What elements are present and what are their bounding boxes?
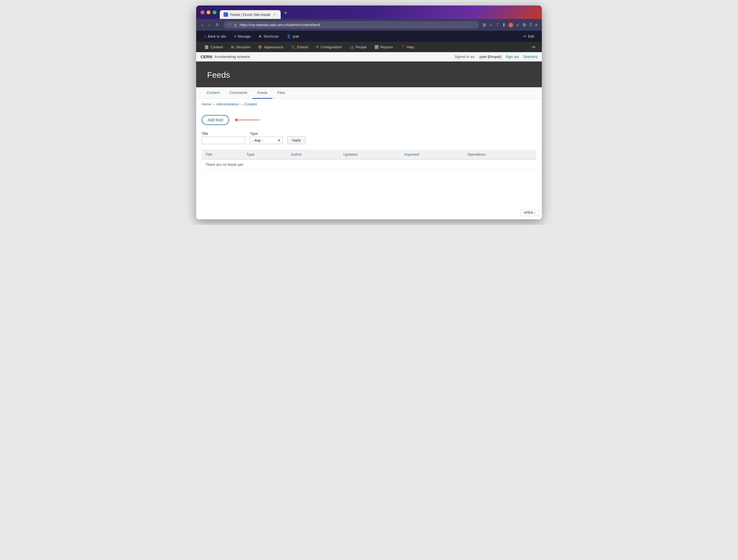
col-operations: Operations [464, 150, 536, 160]
apply-filter-button[interactable]: Apply [287, 136, 306, 144]
bookmarks-icon[interactable]: ⊞ [482, 22, 486, 27]
reports-icon: 📊 [374, 45, 379, 49]
forward-navigation-button[interactable]: › [208, 21, 211, 29]
back-navigation-button[interactable]: ‹ [201, 21, 204, 29]
col-title[interactable]: Title [202, 150, 243, 160]
content-icon: 📄 [205, 45, 209, 49]
pocket-icon[interactable]: ♡ [495, 22, 499, 27]
page-header: Feeds [196, 61, 542, 87]
secondary-nav: 📄 Content 🏛 Structure 🎨 Appearance 🔧 Ext… [196, 42, 542, 52]
back-to-site-button[interactable]: ⌂ Back to site [201, 32, 230, 41]
directory-link[interactable]: Directory [523, 55, 537, 59]
arrow-line [237, 120, 259, 120]
arrow-head-icon [235, 118, 237, 121]
minimize-button[interactable] [207, 10, 211, 14]
maximize-button[interactable] [213, 10, 217, 14]
empty-message: There are no feeds yet. [202, 160, 536, 170]
breadcrumb-content[interactable]: Content [245, 102, 257, 106]
nav-structure[interactable]: 🏛 Structure [227, 43, 254, 51]
admin-toolbar: ⌂ Back to site ≡ Manage ★ Shortcuts 👤 jy… [196, 31, 542, 42]
type-filter-select[interactable]: - Any - RSS Atom [250, 137, 283, 144]
nav-extend[interactable]: 🔧 Extend [287, 43, 312, 51]
breadcrumb-sep-2: » [241, 102, 243, 106]
collapse-icon[interactable]: ⇥ [529, 44, 537, 50]
col-imported[interactable]: Imported [401, 150, 463, 160]
tab-favicon: 🔵 [224, 12, 228, 17]
shortcuts-menu-item[interactable]: ★ Shortcuts [255, 32, 282, 41]
help-icon: ❓ [401, 45, 405, 49]
page-title: Feeds [207, 70, 531, 80]
edit-button[interactable]: ✏ Edit [520, 32, 537, 41]
tab-content[interactable]: Content [202, 87, 225, 99]
nav-people[interactable]: 👥 People [346, 43, 370, 51]
menu-icon[interactable]: ≡ [535, 22, 537, 27]
table-header-row: Title Type Author Updated Imported Opera… [202, 150, 536, 160]
manage-menu-item[interactable]: ≡ Manage [231, 32, 254, 41]
tab-feeds[interactable]: Feeds [253, 87, 273, 99]
reload-button[interactable]: ↻ [215, 21, 220, 29]
type-filter-field: Type - Any - RSS Atom [250, 131, 283, 144]
download-icon[interactable]: ⬇ [502, 22, 506, 27]
content-tabs: Content Comments Feeds Files [196, 87, 542, 99]
close-button[interactable] [201, 10, 205, 14]
home-icon: ⌂ [204, 34, 206, 38]
breadcrumb-sep-1: » [213, 102, 215, 106]
tab-close-button[interactable]: × [273, 12, 277, 17]
appearance-icon: 🎨 [258, 45, 262, 49]
table-body: There are no feeds yet. [202, 160, 536, 170]
nav-reports[interactable]: 📊 Reports [371, 43, 397, 51]
grid-icon[interactable]: ⠿ [529, 22, 532, 27]
col-author[interactable]: Author [287, 150, 339, 160]
title-filter-label: Title [202, 131, 246, 135]
user-menu-item[interactable]: 👤 jyde [283, 32, 303, 41]
col-updated[interactable]: Updated [339, 150, 401, 160]
tab-title: Feeds | Drush Site-Install [230, 13, 270, 17]
title-filter-field: Title [202, 131, 246, 144]
configuration-icon: ⚙ [316, 45, 319, 49]
breadcrumb-home[interactable]: Home [202, 102, 211, 106]
breadcrumb-administration[interactable]: Administration [217, 102, 239, 106]
people-icon: 👥 [350, 45, 354, 49]
active-browser-tab[interactable]: 🔵 Feeds | Drush Site-Install × [220, 10, 281, 19]
nav-help[interactable]: ❓ Help [397, 43, 418, 51]
col-type[interactable]: Type [243, 150, 287, 160]
extend-icon: 🔧 [291, 45, 295, 49]
user-icon: 👤 [286, 34, 291, 38]
menu-icon: ≡ [234, 34, 236, 38]
nav-configuration[interactable]: ⚙ Configuration [312, 43, 346, 51]
add-feed-button[interactable]: Add feed [202, 115, 229, 125]
cern-user-info: Signed in as: jyde (Drupal) Sign out Dir… [455, 55, 537, 59]
sign-out-link[interactable]: Sign out [506, 55, 519, 59]
structure-icon: 🏛 [231, 45, 234, 49]
star-icon: ★ [259, 34, 262, 38]
page-content: Content Comments Feeds Files Home » Admi… [196, 87, 542, 219]
arrow-annotation [235, 118, 259, 121]
add-feed-section: Add feed [202, 115, 536, 125]
feeds-table: Title Type Author Updated Imported Opera… [202, 150, 536, 170]
open-button[interactable]: OPEN ↑ [521, 210, 538, 216]
type-filter-label: Type [250, 131, 283, 135]
cern-bar: CERN Accelerating science Signed in as: … [196, 52, 542, 61]
nav-appearance[interactable]: 🎨 Appearance [254, 43, 287, 51]
extensions-badge: 1 [508, 22, 513, 27]
star-icon[interactable]: ☆ [489, 22, 493, 27]
new-tab-button[interactable]: + [282, 9, 290, 19]
settings-icon[interactable]: ⚙ [522, 22, 526, 27]
tab-files[interactable]: Files [273, 87, 290, 99]
main-area: Add feed Title Type - Any - RSS A [196, 109, 542, 219]
address-bar[interactable]: 🛡 🔒 https://my-website.web.cern.ch/admin… [224, 21, 479, 29]
nav-content[interactable]: 📄 Content [201, 43, 227, 51]
edit-icon: ✏ [523, 34, 526, 38]
url-display: https://my-website.web.cern.ch/admin/con… [240, 23, 475, 27]
table-header: Title Type Author Updated Imported Opera… [202, 150, 536, 160]
table-empty-row: There are no feeds yet. [202, 160, 536, 170]
title-filter-input[interactable] [202, 137, 246, 144]
filter-form: Title Type - Any - RSS Atom Apply [202, 131, 536, 144]
lock-icon: 🔒 [233, 23, 238, 27]
extension-icon[interactable]: ✓ [516, 22, 519, 27]
breadcrumb: Home » Administration » Content [196, 99, 542, 109]
cern-logo: CERN Accelerating science [201, 54, 250, 59]
shield-icon: 🛡 [228, 23, 232, 27]
tab-comments[interactable]: Comments [225, 87, 252, 99]
